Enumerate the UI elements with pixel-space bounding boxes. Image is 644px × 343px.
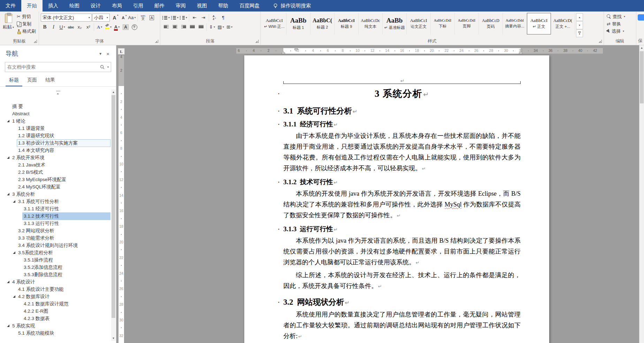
nav-item[interactable]: 5.1 系统功能模块 (0, 329, 110, 337)
distribute-button[interactable] (197, 23, 205, 31)
nav-item[interactable]: 3.5.1操作流程 (0, 256, 110, 264)
style-card[interactable]: AaBbCcD页码 (479, 13, 503, 34)
font-size-combobox[interactable]: 小四▾ (92, 14, 110, 22)
nav-item[interactable]: 3.1.3 运行可行性 (0, 220, 110, 227)
text-effects-button[interactable]: A▾ (95, 23, 104, 31)
italic-button[interactable]: I (49, 23, 58, 31)
nav-scrollbar-thumb[interactable] (112, 95, 115, 318)
change-case-button[interactable]: Aa▾ (128, 14, 136, 22)
gallery-scroll-down-button[interactable]: ▼ (576, 21, 583, 29)
shading-button[interactable]: ▨▾ (217, 23, 225, 31)
baidu-save-icon[interactable] (638, 14, 644, 21)
nav-item[interactable]: 3 系统分析 (0, 190, 110, 198)
scroll-down-arrow-icon[interactable]: ▼ (111, 336, 116, 341)
nav-item[interactable]: 3.5系统流程分析 (0, 249, 110, 256)
nav-item[interactable]: 3.3 功能需求分析 (0, 234, 110, 242)
nav-tab-结果[interactable]: 结果 (42, 77, 59, 86)
style-card[interactable]: AaBbC(标题 2 (310, 13, 335, 34)
increase-indent-button[interactable]: ⇥ (199, 14, 207, 22)
document-scrollbar[interactable]: ▲ (639, 45, 644, 343)
style-card[interactable]: AaBbCcDdI下标 (431, 13, 455, 34)
close-pane-icon[interactable]: × (104, 51, 112, 57)
search-options-caret-icon[interactable]: ▾ (107, 65, 109, 69)
sort-button[interactable]: AZ↓ (210, 14, 219, 22)
document-page[interactable]: ↵ ▪3 系统分析↵ ▪3.1 系统可行性分析↵ ▪3.1.1 经济可行性↵ 由… (244, 55, 549, 343)
ribbon-tab-帮助[interactable]: 帮助 (213, 0, 234, 11)
scroll-up-arrow-icon[interactable]: ▲ (111, 89, 116, 95)
nav-item[interactable]: 4.2.3 数据表 (0, 315, 110, 322)
numbering-button[interactable]: ▾ (171, 14, 179, 22)
doc-paragraph[interactable]: 系统使用用户的数量直接决定了用户信息管理者的工作量，毫无疑问，网站管理者的工作量… (283, 309, 521, 342)
ribbon-tab-绘图[interactable]: 绘图 (64, 0, 85, 11)
pane-options-chevron-icon[interactable]: ▾ (97, 51, 104, 56)
nav-item[interactable]: 摘 要 (0, 103, 110, 110)
nav-item[interactable]: Abstract (0, 110, 110, 117)
style-card[interactable]: AaBbCcI标题 9 (335, 13, 359, 34)
nav-item[interactable]: 2.1 Java技术 (0, 161, 110, 169)
superscript-button[interactable]: x² (84, 23, 92, 31)
format-painter-button[interactable]: 格式刷 (16, 28, 37, 35)
doc-paragraph[interactable]: 由于本系统是作为毕业设计系统，且系统本身存在一些技术层面的缺陷，并不能直接用于商… (283, 131, 521, 174)
nav-item[interactable]: 1.3 初步设计方法与实施方案 (0, 139, 110, 147)
dialog-launcher-icon[interactable] (599, 40, 602, 43)
ribbon-tab-视图[interactable]: 视图 (191, 0, 213, 11)
style-card[interactable]: AaBbCcI↵ 正文 (527, 13, 551, 34)
ribbon-tab-布局[interactable]: 布局 (106, 0, 128, 11)
style-card[interactable]: AaBbCcDdI页脚 (455, 13, 479, 34)
highlight-button[interactable]: ▾ (104, 23, 112, 31)
ribbon-tab-百度网盘[interactable]: 百度网盘 (234, 0, 265, 11)
gallery-more-button[interactable]: ▼ (576, 30, 583, 37)
doc-heading-3-1-2[interactable]: ▪3.1.2 技术可行性↵ (283, 178, 521, 187)
ribbon-tab-插入[interactable]: 插入 (43, 0, 64, 11)
nav-item[interactable]: 3.5.2添加信息流程 (0, 264, 110, 271)
collapse-triangle-icon[interactable] (13, 251, 15, 254)
enclose-characters-button[interactable]: 字 (130, 23, 138, 31)
grow-font-button[interactable]: A▴ (110, 14, 118, 22)
character-shading-button[interactable]: A (122, 23, 130, 31)
ribbon-tab-引用[interactable]: 引用 (128, 0, 149, 11)
nav-item[interactable]: 2.2 B/S模式 (0, 169, 110, 176)
doc-paragraph[interactable]: 本系统作为以 java 作为开发语言的系统，而且选用 B/S 结构则决定了要操作… (283, 235, 521, 268)
nav-item[interactable]: 1.2 课题研究现状 (0, 132, 110, 139)
nav-item[interactable]: 3.1.1 经济可行性 (0, 205, 110, 212)
ribbon-tab-邮件[interactable]: 邮件 (149, 0, 170, 11)
doc-heading-chapter[interactable]: ▪3 系统分析↵ (283, 87, 521, 100)
nav-item[interactable]: 4.2.1 数据库设计规范 (0, 300, 110, 307)
ribbon-tab-设计[interactable]: 设计 (85, 0, 106, 11)
tab-stop-selector[interactable]: L (118, 48, 125, 55)
copy-button[interactable]: 复制 (16, 20, 37, 28)
collapse-triangle-icon[interactable] (7, 156, 9, 159)
character-border-button[interactable]: A (148, 14, 156, 22)
collapse-triangle-icon[interactable] (7, 193, 9, 195)
bullets-button[interactable]: ▾ (162, 14, 170, 22)
multilevel-list-button[interactable]: ▾ (179, 14, 187, 22)
search-icon[interactable] (100, 65, 105, 70)
nav-item[interactable]: 3.1 系统可行性分析 (0, 198, 110, 205)
nav-item[interactable]: 3.1.2 技术可行性 (0, 212, 110, 220)
nav-item[interactable]: 2.4 MySQL环境配置 (0, 183, 110, 190)
document-scrollbar-thumb[interactable] (640, 51, 644, 103)
collapse-triangle-icon[interactable] (13, 200, 15, 203)
style-card[interactable]: AaBbCcI↵ WW-正... (262, 13, 286, 34)
collapse-triangle-icon[interactable] (13, 295, 15, 298)
nav-item[interactable]: 1.4 本文研究内容 (0, 147, 110, 154)
cut-button[interactable]: ✂剪切 (16, 13, 37, 20)
paste-button[interactable]: 粘贴▾ (2, 13, 15, 38)
shrink-font-button[interactable]: A▾ (119, 14, 127, 22)
show-formatting-marks-button[interactable]: ¶ (219, 14, 227, 22)
align-left-button[interactable] (162, 23, 170, 31)
font-name-combobox[interactable]: 宋体 (中文正文)▾ (41, 14, 92, 22)
nav-item[interactable]: 5 系统实现 (0, 322, 110, 329)
ribbon-tab-文件[interactable]: 文件 (0, 0, 21, 11)
strikethrough-button[interactable]: abc (67, 23, 75, 31)
replace-button[interactable]: ⇄替换 (606, 20, 634, 28)
collapse-triangle-icon[interactable] (7, 281, 9, 283)
align-right-button[interactable] (179, 23, 187, 31)
select-button[interactable]: 选择▾ (606, 28, 634, 35)
font-color-button[interactable]: A▾ (113, 23, 121, 31)
nav-item[interactable]: 4 系统设计 (0, 278, 110, 286)
nav-item[interactable]: 3.4 系统设计规则与运行环境 (0, 242, 110, 249)
decrease-indent-button[interactable]: ⇤ (191, 14, 199, 22)
nav-item[interactable]: 1.1 课题背景 (0, 125, 110, 132)
style-card[interactable]: AaBbCcD(正文 +... (551, 13, 575, 34)
